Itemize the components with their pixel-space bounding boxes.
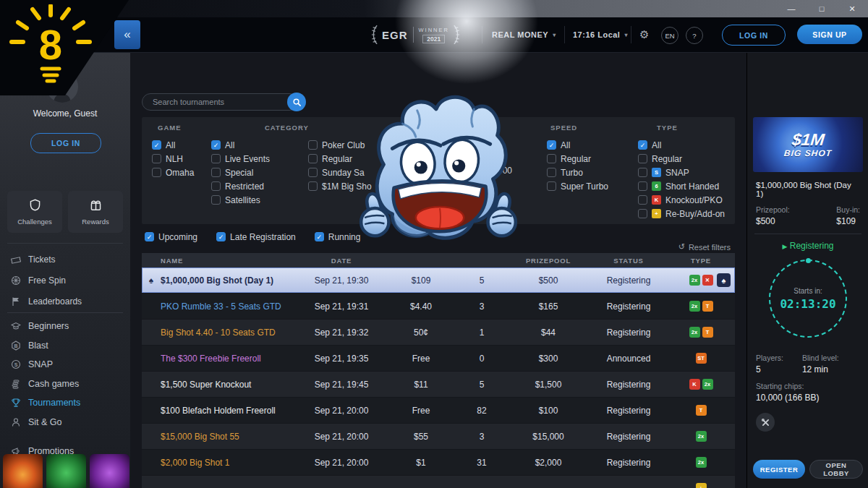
type-badge-icon: 2x <box>696 457 707 468</box>
settings-gear-icon[interactable]: ⚙ <box>639 17 649 52</box>
tournament-row[interactable]: $15,000 Big Shot 55Sep 21, 20:00$553$15,… <box>142 424 735 450</box>
checkbox-label: All <box>166 140 175 150</box>
status-filter-option-upcoming[interactable]: ✓Upcoming <box>145 230 197 244</box>
type-filter-option-snap[interactable]: SSNAP <box>638 166 725 179</box>
cell-buyin: $55 <box>385 432 457 442</box>
sidebar-item-label: Sit & Go <box>28 417 62 427</box>
type-filter-option-re-buy-add-on[interactable]: +Re-Buy/Add-on <box>638 207 725 221</box>
category-filter-option-live-events[interactable]: Live Events <box>211 152 270 166</box>
type-badge-icon: T <box>696 405 707 416</box>
sidebar-item-cash-games[interactable]: Cash games <box>0 374 130 394</box>
mascot-character <box>347 78 529 250</box>
cell-players: 5 <box>457 275 506 286</box>
sidebar-item-sit-go[interactable]: Sit & Go <box>0 413 130 432</box>
cell-prizepool: $300 <box>506 354 590 364</box>
sidebar-item-beginners[interactable]: Beginners <box>0 317 130 336</box>
snap-icon: S <box>11 359 21 369</box>
checkbox <box>638 209 647 218</box>
checkbox <box>211 181 221 191</box>
checkbox <box>308 168 318 177</box>
maximize-button[interactable]: □ <box>817 4 826 14</box>
type-filter-option-short-handed[interactable]: 6Short Handed <box>638 179 725 193</box>
category-filter-option-restricted[interactable]: Restricted <box>211 179 270 193</box>
tournament-row[interactable]: $100 Blefach Holdem FreerollSep 21, 20:0… <box>142 398 735 424</box>
type-filter-option-regular[interactable]: Regular <box>638 152 725 166</box>
gem-game-icon[interactable] <box>90 454 129 488</box>
speed-filter-option-super-turbo[interactable]: Super Turbo <box>547 179 608 193</box>
egr-winner-badge: EGR WINNER 2021 <box>370 22 461 48</box>
sidebar-login-button[interactable]: LOG IN <box>30 133 101 153</box>
sidebar-item-tournaments[interactable]: Tournaments <box>0 393 130 413</box>
tournament-row[interactable]: + <box>142 476 735 488</box>
minimize-button[interactable]: — <box>787 4 796 14</box>
open-lobby-button[interactable]: OPEN LOBBY <box>809 460 863 479</box>
category-filter-option-satellites[interactable]: Satellites <box>211 193 270 207</box>
sidebar-tile-challenges[interactable]: Challenges <box>7 191 62 233</box>
sidebar-item-leaderboards[interactable]: Leaderboards <box>0 291 130 312</box>
sidebar-item-tickets[interactable]: Tickets <box>0 249 130 270</box>
header-type: TYPE <box>667 257 735 265</box>
tournament-row[interactable]: Big Shot 4.40 - 10 Seats GTDSep 21, 19:3… <box>142 320 735 346</box>
speed-filter-option-regular[interactable]: Regular <box>547 152 608 166</box>
sidebar: Welcome, Guest LOG IN ChallengesRewards … <box>0 52 130 488</box>
status-filter-option-late-registration[interactable]: ✓Late Registration <box>216 230 296 244</box>
tournament-row[interactable]: $1,500 Super KnockoutSep 21, 19:45$115$1… <box>142 372 735 398</box>
checkbox <box>152 154 161 163</box>
type-filter-option-knockout-pko[interactable]: KKnockout/PKO <box>638 193 725 207</box>
checkbox: ✓ <box>145 232 154 241</box>
table-header: NAME DATE PRIZEPOOL STATUS TYPE <box>142 253 735 267</box>
speed-filter-option-turbo[interactable]: Turbo <box>547 166 608 179</box>
cell-players: 5 <box>457 380 506 390</box>
cell-date: Sep 21, 19:31 <box>298 301 385 312</box>
type-filter-option-all[interactable]: ✓All <box>638 138 725 152</box>
checkbox-label: All <box>652 140 661 150</box>
cell-date: Sep 21, 19:30 <box>298 275 385 286</box>
cell-prizepool: $100 <box>506 406 590 416</box>
language-button[interactable]: EN <box>661 27 678 44</box>
checkbox-label: All <box>225 140 234 150</box>
type-badge-icon: 2x <box>689 275 700 286</box>
cell-date: Sep 21, 20:00 <box>298 406 385 416</box>
tournament-row[interactable]: ♠$1,000,000 Big Shot (Day 1)Sep 21, 19:3… <box>142 267 735 294</box>
category-filter-option-all[interactable]: ✓All <box>211 138 270 152</box>
real-money-dropdown[interactable]: REAL MONEY▾ <box>492 17 556 52</box>
local-time-dropdown[interactable]: 17:16 Local▾ <box>573 17 628 52</box>
speed-filter-option-all[interactable]: ✓All <box>547 138 608 152</box>
tournament-row[interactable]: $2,000 Big Shot 1Sep 21, 20:00$131$2,000… <box>142 450 735 476</box>
reset-icon: ↺ <box>678 242 685 252</box>
reset-filters-button[interactable]: ↺ Reset filters <box>678 242 731 252</box>
header-name: NAME <box>161 257 298 265</box>
close-button[interactable]: ✕ <box>848 4 856 14</box>
blind-level-value: 12 min <box>802 364 839 374</box>
sidebar-item-blast[interactable]: BBlast <box>0 336 130 356</box>
login-button[interactable]: LOG IN <box>722 25 786 46</box>
game-filter-option-all[interactable]: ✓All <box>152 138 194 152</box>
cell-buyin: Free <box>385 354 457 364</box>
sidebar-item-free-spin[interactable]: Free Spin <box>0 270 130 291</box>
signup-button[interactable]: SIGN UP <box>797 25 862 44</box>
search-input[interactable] <box>142 93 298 111</box>
type-badges: K2x <box>667 379 735 390</box>
checkbox <box>152 168 161 177</box>
prizepool-value: $500 <box>756 216 790 226</box>
search-button[interactable] <box>287 93 306 111</box>
sidebar-item-snap[interactable]: SSNAP <box>0 355 130 374</box>
game-filter-option-omaha[interactable]: Omaha <box>152 166 194 179</box>
sidebar-tile-rewards[interactable]: Rewards <box>68 191 123 233</box>
prizepool-label: Prizepool: <box>756 205 790 214</box>
type-badge-icon: 2x <box>696 431 707 442</box>
tournament-row[interactable]: PKO Rumble 33 - 5 Seats GTDSep 21, 19:31… <box>142 294 735 320</box>
tournament-row[interactable]: The $300 Freebie FreerollSep 21, 19:35Fr… <box>142 346 735 372</box>
tournament-name: $100 Blefach Holdem Freeroll <box>161 406 298 416</box>
checkbox-label: Turbo <box>561 168 583 178</box>
sidebar-collapse-button[interactable]: « <box>114 20 140 49</box>
checkbox-label: Satellites <box>225 195 260 205</box>
category-filter-option-special[interactable]: Special <box>211 166 270 179</box>
table-options-icon[interactable] <box>756 413 775 432</box>
register-button[interactable]: REGISTER <box>753 460 805 479</box>
game-filter-option-nlh[interactable]: NLH <box>152 152 194 166</box>
help-button[interactable]: ? <box>686 27 703 44</box>
orb-game-icon[interactable] <box>3 454 43 488</box>
cube-game-icon[interactable] <box>46 454 86 488</box>
header-date: DATE <box>298 257 385 265</box>
